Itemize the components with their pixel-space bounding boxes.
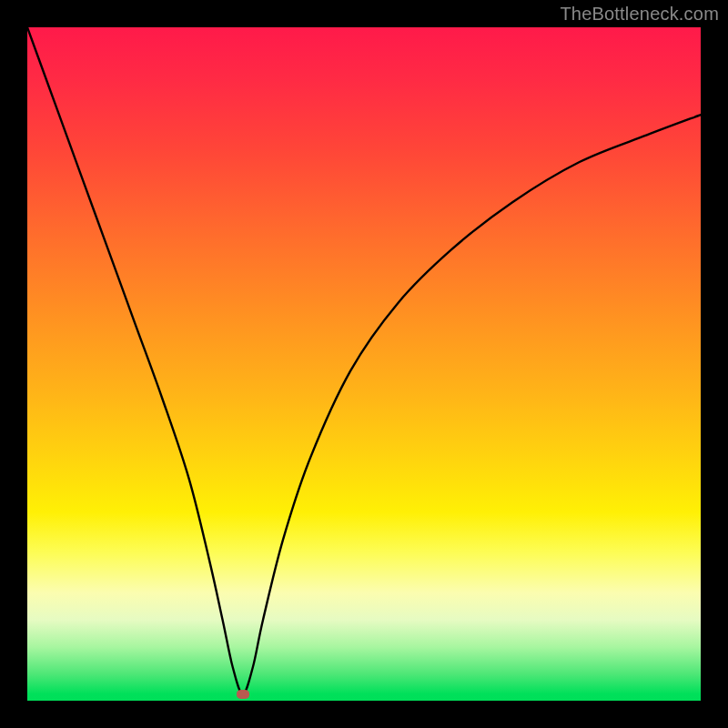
chart-frame: TheBottleneck.com <box>0 0 728 728</box>
plot-area <box>27 27 701 701</box>
optimal-point-marker <box>237 690 249 699</box>
watermark-text: TheBottleneck.com <box>560 4 719 25</box>
bottleneck-curve <box>27 27 701 701</box>
